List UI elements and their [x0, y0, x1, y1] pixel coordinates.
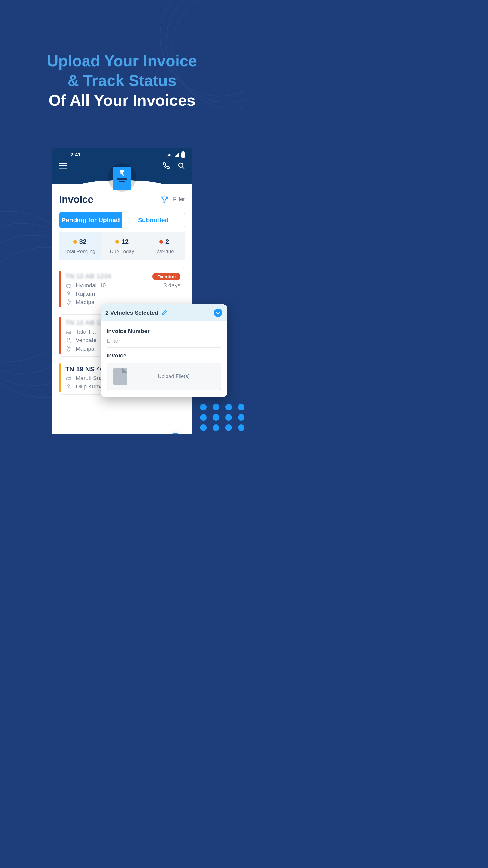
phone-icon[interactable] [163, 162, 170, 169]
status-network: 4G [168, 153, 171, 157]
svg-point-4 [68, 347, 69, 348]
decorative-dots [200, 404, 244, 431]
location: Madipa [76, 299, 94, 306]
tab-submitted[interactable]: Submitted [122, 212, 185, 228]
stat-due-today[interactable]: 12 Due Today [101, 232, 143, 260]
person-icon [65, 291, 72, 297]
edit-icon[interactable] [161, 310, 167, 316]
filter-label: Filter [173, 196, 185, 203]
upload-text: Upload File(s) [133, 373, 215, 379]
stat-total-pending[interactable]: 32 Total Pending [59, 232, 101, 260]
invoice-file-label: Invoice [107, 352, 221, 359]
owner-name: Rajkum [76, 290, 95, 297]
status-badge: Overdue [153, 273, 181, 280]
location-icon [65, 346, 72, 352]
vehicle-model: Tata Tia [76, 329, 96, 335]
invoice-number-input[interactable]: Enter [107, 335, 221, 347]
status-time: 2:41 [70, 152, 81, 158]
hero-line-1b: & Track Status [0, 71, 244, 90]
upload-popup: 2 Vehicles Selected Invoice Number Enter… [101, 304, 227, 397]
person-icon [65, 338, 72, 343]
car-icon [65, 330, 72, 334]
status-bar: 2:41 4G [53, 148, 192, 160]
location-icon [65, 299, 72, 305]
hero-line-2: Of All Your Invoices [0, 90, 244, 111]
segment-control: Pending for Upload Submitted [59, 212, 185, 228]
phone-mock: 2:41 4G ₹ Invoi [53, 148, 192, 434]
vehicle-reg: TN 12 AB 1234 [65, 273, 111, 280]
filter-button[interactable]: Filter [161, 196, 185, 203]
car-icon [65, 283, 72, 287]
search-icon[interactable] [178, 162, 185, 169]
vehicle-model: Hyundai i10 [76, 282, 106, 289]
svg-point-1 [68, 292, 70, 293]
svg-point-2 [68, 301, 69, 302]
invoice-app-icon: ₹ [108, 163, 136, 192]
svg-point-3 [68, 338, 70, 340]
location: Madipa [76, 345, 94, 352]
popup-title: 2 Vehicles Selected [105, 310, 158, 316]
signal-icon [173, 153, 179, 157]
stat-overdue[interactable]: 2 Overdue [143, 232, 185, 260]
days-overdue: 3 days [164, 282, 181, 289]
battery-icon [181, 152, 185, 158]
invoice-number-label: Invoice Number [107, 328, 221, 335]
menu-icon[interactable] [59, 163, 67, 169]
invoice-card[interactable]: TN 12 AB 1234 Overdue Hyundai i10 3 days… [59, 268, 185, 310]
hero-line-1a: Upload Your Invoice [0, 51, 244, 71]
upload-dropzone[interactable]: ↑ Upload File(s) [107, 363, 221, 390]
collapse-icon[interactable] [214, 309, 222, 317]
svg-point-5 [68, 384, 70, 386]
person-icon [65, 384, 72, 390]
page-title: Invoice [59, 193, 93, 205]
file-upload-icon: ↑ [113, 368, 127, 385]
hero-heading: Upload Your Invoice & Track Status Of Al… [0, 51, 244, 111]
tab-pending[interactable]: Pending for Upload [59, 212, 122, 228]
owner-name: Vengate [76, 337, 97, 344]
car-icon [65, 376, 72, 380]
